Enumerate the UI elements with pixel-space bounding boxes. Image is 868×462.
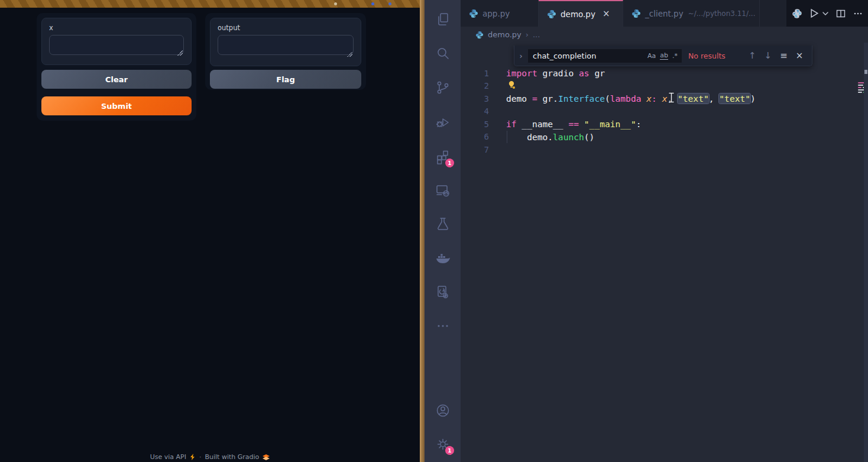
- token-param: x: [657, 93, 668, 104]
- test-beaker-icon[interactable]: [435, 216, 451, 232]
- input-column: x Clear Submit: [37, 13, 196, 121]
- tab-client-py[interactable]: _client.py ~/.../python3.11/...: [623, 0, 760, 27]
- breadcrumb-more[interactable]: ...: [533, 30, 540, 39]
- split-editor-icon[interactable]: [836, 9, 846, 18]
- input-label: x: [49, 24, 184, 32]
- account-icon[interactable]: [435, 402, 451, 419]
- code-line[interactable]: 1import gradio as gr: [461, 67, 860, 80]
- source-control-icon[interactable]: [435, 79, 451, 96]
- code-editor[interactable]: 1import gradio as gr23demo = gr.Interfac…: [461, 43, 868, 462]
- api-bolt-icon: [190, 454, 196, 460]
- run-python-file-icon[interactable]: [809, 8, 820, 18]
- more-views-icon[interactable]: [435, 318, 451, 334]
- breadcrumb: demo.py › ...: [461, 27, 868, 43]
- gradio-footer: Use via API · Built with Gradio: [0, 453, 420, 461]
- token-fg: ,: [709, 93, 720, 104]
- token-fg: [579, 119, 584, 129]
- flag-button[interactable]: Flag: [210, 70, 361, 89]
- code-action-lightbulb-icon[interactable]: [507, 80, 516, 89]
- tab-close-icon[interactable]: ×: [603, 9, 610, 18]
- breadcrumb-separator: ›: [526, 30, 529, 39]
- token-param: x: [641, 93, 652, 104]
- code-line[interactable]: 6 demo.launch(): [461, 131, 860, 144]
- code-text: demo.launch(): [506, 132, 594, 142]
- search-icon[interactable]: [435, 46, 451, 62]
- output-label: output: [218, 24, 354, 32]
- minimap-token: [858, 87, 861, 88]
- tab-demo-py[interactable]: demo.py ×: [539, 0, 623, 27]
- output-block: output: [210, 18, 361, 66]
- next-match-icon[interactable]: ↓: [765, 50, 772, 61]
- breadcrumb-file[interactable]: demo.py: [488, 30, 522, 39]
- find-widget: › chat_completion Aa ab .* No results ↑ …: [514, 46, 812, 66]
- tab-app-py[interactable]: app.py: [461, 0, 539, 27]
- minimap-token: [858, 85, 863, 86]
- close-find-icon[interactable]: ×: [796, 50, 804, 61]
- find-in-selection-icon[interactable]: ≡: [780, 50, 788, 61]
- code-text: [506, 80, 516, 91]
- window-divider[interactable]: [420, 0, 425, 462]
- code-line[interactable]: 2: [461, 80, 860, 93]
- line-number: 5: [461, 119, 489, 129]
- extensions-icon[interactable]: 1: [435, 148, 451, 165]
- resize-grip-icon[interactable]: [347, 51, 352, 57]
- line-number: 3: [461, 94, 489, 104]
- line-number: 4: [461, 106, 489, 116]
- run-debug-icon[interactable]: [435, 114, 451, 131]
- line-number: 2: [461, 81, 489, 91]
- python-interpreter-icon[interactable]: [792, 9, 802, 18]
- extensions-badge: 1: [445, 159, 454, 167]
- remote-repositories-icon[interactable]: [435, 284, 451, 301]
- docker-icon[interactable]: [435, 250, 451, 267]
- token-fn: launch: [553, 132, 584, 142]
- find-input-value[interactable]: chat_completion: [528, 51, 647, 60]
- tab-label: _client.py: [645, 9, 684, 18]
- run-dropdown-chevron-icon[interactable]: [822, 11, 828, 16]
- token-strhl: "text": [678, 93, 709, 104]
- previous-match-icon[interactable]: ↑: [749, 50, 756, 61]
- token-kw: if: [506, 119, 517, 129]
- token-str: "__main__": [584, 119, 636, 129]
- whole-word-icon[interactable]: ab: [660, 51, 668, 60]
- python-file-icon: [631, 9, 641, 18]
- tab-label: app.py: [482, 9, 510, 18]
- find-input[interactable]: chat_completion Aa ab .*: [527, 49, 682, 63]
- more-actions-icon[interactable]: [853, 9, 863, 18]
- code-line[interactable]: 5if __name__ == "__main__":: [461, 118, 860, 131]
- editor-tab-bar: app.py demo.py × _client.py ~/.../python…: [461, 0, 868, 27]
- code-line[interactable]: 3demo = gr.Interface(lambda x: x, "text"…: [461, 92, 860, 105]
- input-textarea[interactable]: [49, 35, 184, 55]
- token-fg: gr.: [537, 93, 558, 104]
- line-number: 1: [461, 69, 489, 78]
- token-strhl: "text": [719, 93, 750, 104]
- submit-button[interactable]: Submit: [41, 96, 192, 115]
- output-column: output Flag: [205, 13, 366, 90]
- token-kw: =: [532, 93, 537, 104]
- editor-scrollbar[interactable]: [864, 43, 868, 462]
- use-via-api-link[interactable]: Use via API: [150, 453, 186, 461]
- minimap-token: [858, 92, 862, 93]
- clear-button[interactable]: Clear: [41, 70, 192, 89]
- match-case-icon[interactable]: Aa: [647, 52, 656, 60]
- code-line[interactable]: 4: [461, 105, 860, 118]
- token-kw: :: [652, 93, 657, 104]
- python-file-icon: [469, 9, 478, 18]
- activity-bar: 1 1: [425, 0, 461, 462]
- built-with-gradio-link[interactable]: Built with Gradio: [205, 453, 259, 461]
- token-fg: gr: [590, 68, 605, 78]
- output-textarea[interactable]: [218, 35, 354, 55]
- gradio-logo-icon: [263, 454, 270, 460]
- settings-badge: 1: [445, 446, 454, 455]
- token-kw: lambda: [610, 93, 642, 104]
- token-fg: demo.: [506, 132, 553, 142]
- remote-explorer-icon[interactable]: [435, 182, 451, 199]
- chrome-dot: [388, 2, 391, 5]
- python-file-icon: [547, 9, 556, 19]
- explorer-icon[interactable]: [435, 11, 451, 28]
- settings-gear-icon[interactable]: 1: [435, 436, 451, 453]
- toggle-replace-chevron-icon[interactable]: ›: [514, 51, 527, 60]
- code-line[interactable]: 7: [461, 143, 860, 156]
- regex-icon[interactable]: .*: [672, 52, 678, 60]
- scrollbar-marker: [864, 70, 867, 74]
- resize-grip-icon[interactable]: [177, 50, 183, 56]
